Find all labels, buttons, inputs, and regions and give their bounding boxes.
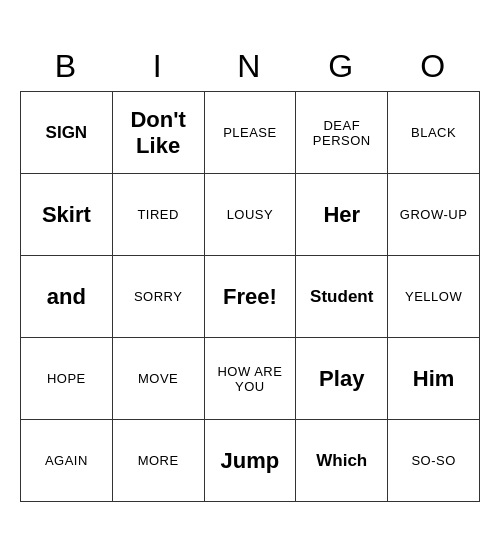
bingo-cell-2-3: Student <box>296 256 388 338</box>
header-O: O <box>388 42 480 92</box>
bingo-header-row: BINGO <box>21 42 480 92</box>
bingo-row-0: SIGNDon't LikePLEASEDEAF PERSONBLACK <box>21 92 480 174</box>
bingo-row-3: HOPEMOVEHOW ARE YOUPlayHim <box>21 338 480 420</box>
bingo-cell-1-1: TIRED <box>112 174 204 256</box>
header-G: G <box>296 42 388 92</box>
bingo-row-1: SkirtTIREDLOUSYHerGROW-UP <box>21 174 480 256</box>
bingo-cell-3-2: HOW ARE YOU <box>204 338 296 420</box>
bingo-cell-3-4: Him <box>388 338 480 420</box>
bingo-cell-4-4: SO-SO <box>388 420 480 502</box>
bingo-cell-3-1: MOVE <box>112 338 204 420</box>
bingo-cell-1-4: GROW-UP <box>388 174 480 256</box>
bingo-cell-2-1: SORRY <box>112 256 204 338</box>
bingo-row-2: andSORRYFree!StudentYELLOW <box>21 256 480 338</box>
header-I: I <box>112 42 204 92</box>
bingo-cell-3-0: HOPE <box>21 338 113 420</box>
header-N: N <box>204 42 296 92</box>
bingo-cell-0-0: SIGN <box>21 92 113 174</box>
bingo-body: SIGNDon't LikePLEASEDEAF PERSONBLACKSkir… <box>21 92 480 502</box>
bingo-cell-0-1: Don't Like <box>112 92 204 174</box>
bingo-row-4: AGAINMOREJumpWhichSO-SO <box>21 420 480 502</box>
bingo-cell-2-0: and <box>21 256 113 338</box>
header-B: B <box>21 42 113 92</box>
bingo-cell-3-3: Play <box>296 338 388 420</box>
bingo-cell-0-2: PLEASE <box>204 92 296 174</box>
bingo-cell-2-2: Free! <box>204 256 296 338</box>
bingo-cell-4-3: Which <box>296 420 388 502</box>
bingo-cell-1-3: Her <box>296 174 388 256</box>
bingo-cell-2-4: YELLOW <box>388 256 480 338</box>
bingo-cell-1-0: Skirt <box>21 174 113 256</box>
bingo-cell-0-3: DEAF PERSON <box>296 92 388 174</box>
bingo-cell-4-1: MORE <box>112 420 204 502</box>
bingo-cell-4-2: Jump <box>204 420 296 502</box>
bingo-cell-4-0: AGAIN <box>21 420 113 502</box>
bingo-card: BINGO SIGNDon't LikePLEASEDEAF PERSONBLA… <box>20 42 480 502</box>
bingo-cell-1-2: LOUSY <box>204 174 296 256</box>
bingo-cell-0-4: BLACK <box>388 92 480 174</box>
